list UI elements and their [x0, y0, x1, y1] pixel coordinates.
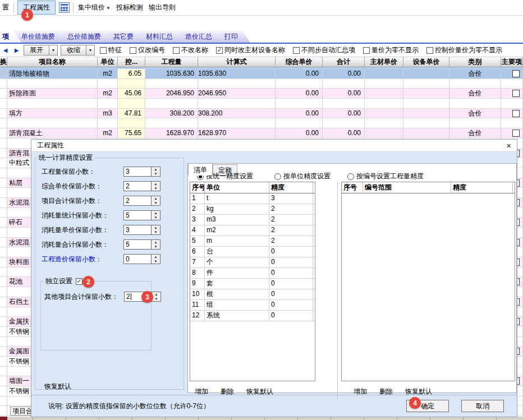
calculator-icon[interactable]: [59, 2, 70, 13]
precision-spinner[interactable]: 2▲▼: [123, 196, 160, 206]
table-row[interactable]: 8件0: [190, 268, 315, 279]
collapse-button[interactable]: 收缩 ▼: [61, 45, 95, 56]
precision-spinner[interactable]: 0▲▼: [123, 254, 160, 264]
table-row[interactable]: 12系统0: [190, 311, 315, 321]
grid-header-12[interactable]: 主要项: [501, 57, 523, 67]
spin-down-icon[interactable]: ▼: [152, 215, 160, 220]
precision-mode-radio-3[interactable]: 按编号设置工程量精度: [347, 172, 424, 181]
table-row[interactable]: 9套0: [190, 279, 315, 289]
main-tab-6[interactable]: 造价汇总: [178, 31, 224, 43]
grid-header-11[interactable]: 类别: [449, 57, 501, 67]
grid-header-3[interactable]: 单位: [98, 57, 118, 67]
chevron-down-icon[interactable]: ▼: [86, 45, 95, 56]
option-checkbox-5[interactable]: 不同步自动汇总项: [293, 45, 355, 55]
group-pricing-menu[interactable]: 集中组价▼: [77, 3, 112, 12]
grid-header-10[interactable]: 设备单价: [403, 57, 449, 67]
row-main-item-checkbox[interactable]: [512, 90, 520, 97]
option-checkbox-2[interactable]: 仅改编号: [130, 45, 165, 55]
dialog-title-bar[interactable]: 工程属性 ×: [31, 140, 517, 152]
spinner-arrows[interactable]: ▲▼: [151, 211, 160, 220]
table-row[interactable]: 1t3: [190, 193, 315, 204]
table-row[interactable]: 2kg2: [190, 204, 315, 215]
spin-up-icon[interactable]: ▲: [152, 211, 160, 215]
close-icon[interactable]: ×: [505, 141, 512, 150]
option-checkbox-6[interactable]: 量价为零不显示: [363, 45, 419, 55]
spinner-arrows[interactable]: ▲▼: [151, 255, 160, 264]
grid-header-5[interactable]: 工程量: [145, 57, 198, 67]
item-name-cell: 填方: [7, 109, 98, 118]
table-row[interactable]: 7个0: [190, 257, 315, 268]
spin-up-icon[interactable]: ▲: [152, 182, 160, 186]
checkbox-icon[interactable]: [363, 47, 370, 54]
expand-button[interactable]: 展开 ▼: [24, 45, 58, 56]
main-tab-7[interactable]: 打印: [218, 31, 250, 43]
option-checkbox-7[interactable]: 控制价量价为零不显示: [426, 45, 502, 55]
grid-header-8[interactable]: 合计: [323, 57, 365, 67]
spin-down-icon[interactable]: ▼: [152, 244, 160, 249]
grid-header-9[interactable]: 主材单价: [365, 57, 403, 67]
nav-next-button[interactable]: ▶: [12, 45, 21, 56]
spin-down-icon[interactable]: ▼: [152, 186, 160, 191]
grid-header-4[interactable]: 控...: [118, 57, 145, 67]
grid-header-7[interactable]: 综合单价: [276, 57, 323, 67]
spin-down-icon[interactable]: ▼: [152, 230, 160, 234]
nav-prev-button[interactable]: ◀: [1, 45, 10, 56]
table-row[interactable]: 填方m347.81308.200308.2000.000.00合价: [0, 109, 523, 119]
spin-up-icon[interactable]: ▲: [152, 167, 160, 172]
spinner-arrows[interactable]: ▲▼: [151, 167, 160, 176]
table-row[interactable]: 3m32: [190, 215, 315, 225]
table-row[interactable]: 5m2: [190, 236, 315, 247]
checkbox-icon[interactable]: ✓: [216, 47, 223, 54]
grid-header-1[interactable]: 换: [0, 57, 7, 67]
option-checkbox-1[interactable]: 特征: [100, 45, 122, 55]
grid-header-6[interactable]: 计算式: [198, 57, 276, 67]
row-main-item-checkbox[interactable]: [512, 70, 520, 77]
cancel-button[interactable]: 取消: [461, 400, 504, 412]
table-row[interactable]: 11组0: [190, 300, 315, 311]
spin-down-icon[interactable]: ▼: [152, 259, 160, 264]
table-row[interactable]: 拆除路面m245.062046.9502046.9500.000.00合价: [0, 89, 523, 99]
main-tab-2[interactable]: 单价措施费: [15, 31, 67, 43]
spin-up-icon[interactable]: ▲: [152, 240, 160, 244]
spinner-arrows[interactable]: ▲▼: [151, 225, 160, 234]
checkbox-icon[interactable]: [293, 47, 300, 54]
spinner-arrows[interactable]: ▲▼: [151, 240, 160, 249]
precision-spinner[interactable]: 2▲▼: [123, 181, 160, 191]
row-main-item-checkbox[interactable]: [512, 130, 520, 137]
spinner-arrows[interactable]: ▲▼: [151, 182, 160, 191]
checkbox-icon[interactable]: [426, 47, 433, 54]
main-tab-3[interactable]: 总价措施费: [61, 31, 113, 43]
spin-down-icon[interactable]: ▼: [152, 201, 160, 205]
precision-mode-radio-2[interactable]: 按单位精度设置: [274, 172, 331, 181]
checkbox-icon[interactable]: [130, 47, 136, 54]
option-checkbox-3[interactable]: 不改名称: [173, 45, 208, 55]
independent-checkbox[interactable]: ✓: [76, 278, 82, 285]
spin-up-icon[interactable]: ▲: [152, 255, 160, 259]
grid-header-2[interactable]: 项目名称: [7, 57, 98, 67]
clipped-settings-button[interactable]: 置: [1, 3, 10, 12]
spinner-arrows[interactable]: ▲▼: [151, 196, 160, 205]
precision-spinner[interactable]: 5▲▼: [123, 239, 160, 250]
table-row[interactable]: 6台0: [190, 247, 315, 257]
table-row[interactable]: 4m22: [190, 225, 315, 236]
precision-spinner[interactable]: 3▲▼: [123, 225, 160, 235]
grid-cell: 45.06: [118, 89, 145, 98]
dialog-tab-1[interactable]: 清单: [188, 163, 213, 176]
chevron-down-icon[interactable]: ▼: [49, 45, 58, 56]
precision-spinner[interactable]: 3▲▼: [123, 167, 160, 177]
precision-spinner[interactable]: 5▲▼: [123, 210, 160, 220]
checkbox-icon[interactable]: [100, 47, 107, 54]
bid-check-menu[interactable]: 投标检测: [115, 3, 144, 12]
output-guide-menu[interactable]: 输出导则: [148, 3, 177, 12]
restore-default-left[interactable]: 恢复默认: [44, 382, 71, 391]
table-row[interactable]: 10根0: [190, 289, 315, 300]
row-main-item-checkbox[interactable]: [512, 110, 520, 117]
spin-down-icon[interactable]: ▼: [152, 172, 160, 176]
main-tab-5[interactable]: 材料汇总: [139, 31, 185, 43]
option-checkbox-4[interactable]: ✓同时改主材设备名称: [216, 45, 285, 55]
checkbox-icon[interactable]: [173, 47, 180, 54]
spin-up-icon[interactable]: ▲: [152, 196, 160, 201]
table-row[interactable]: 沥青混凝土m275.651628.9701628.9700.000.00合价: [0, 128, 523, 139]
table-row[interactable]: 清除地被植物m26.051035.6301035.6300.000.00合价: [0, 69, 523, 79]
spin-up-icon[interactable]: ▲: [152, 225, 160, 230]
